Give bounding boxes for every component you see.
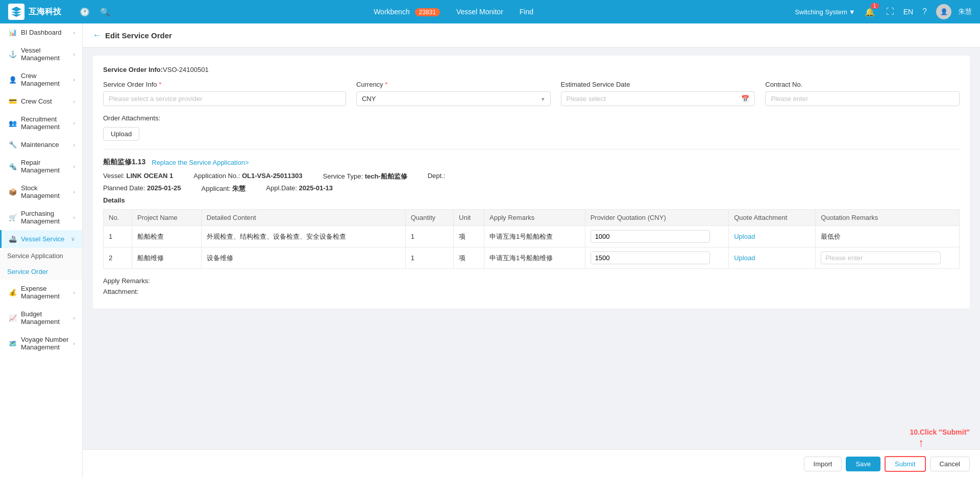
back-button[interactable]: ← [93, 31, 101, 40]
fullscreen-icon[interactable]: ⛶ [884, 5, 896, 18]
logo-icon [8, 4, 24, 20]
app-meta-row2: Planned Date: 2025-01-25 Applicant: 朱慧 A… [103, 184, 960, 193]
row1-quote-attachment: Upload [729, 226, 816, 247]
sidebar-item-bi-dashboard[interactable]: 📊BI Dashboard › [0, 23, 82, 41]
currency-label: Currency * [356, 81, 551, 88]
form-row-1: Service Order Info * Currency * CNY [103, 81, 960, 106]
contract-no-label: Contract No. [765, 81, 960, 88]
search-icon[interactable]: 🔍 [98, 5, 112, 19]
table-row: 1 船舶检查 外观检查、结构检查、设备检查、安全设备检查 1 项 申请互海1号船… [104, 226, 960, 247]
username: 朱慧 [959, 7, 972, 16]
calendar-icon[interactable]: 📅 [741, 95, 749, 103]
language-selector[interactable]: EN [903, 8, 913, 16]
top-navigation: 互海科技 🕐 🔍 Workbench 23831 Vessel Monitor … [0, 0, 980, 23]
row1-no: 1 [104, 226, 132, 247]
application-no-meta: Application No.: OL1-VSA-25011303 [193, 172, 302, 181]
row2-provider-quotation [585, 247, 729, 269]
row2-unit: 项 [454, 247, 484, 269]
vessel-meta: Vessel: LINK OCEAN 1 [103, 172, 173, 181]
voyage-icon: 🗺️ [9, 340, 17, 347]
attachments-label: Order Attachments: [103, 114, 960, 122]
sidebar-item-voyage[interactable]: 🗺️Voyage Number Management › [0, 331, 82, 356]
row1-upload-link[interactable]: Upload [734, 233, 755, 240]
sidebar-item-budget[interactable]: 📈Budget Management › [0, 305, 82, 331]
estimated-date-label: Estimated Service Date [561, 81, 755, 88]
row2-detailed-content: 设备维修 [201, 247, 405, 269]
sidebar-item-recruitment[interactable]: 👥Recruitment Management › [0, 110, 82, 136]
chevron-icon: › [73, 51, 75, 57]
tool-icon: 🔧 [9, 141, 17, 148]
wallet-icon: 💳 [9, 97, 17, 105]
chevron-icon: › [73, 189, 75, 195]
table-body: 1 船舶检查 外观检查、结构检查、设备检查、安全设备检查 1 项 申请互海1号船… [104, 226, 960, 269]
avatar[interactable]: 👤 [936, 4, 951, 19]
estimated-date-input[interactable] [567, 95, 742, 103]
sidebar-item-vessel-service[interactable]: 🚢Vessel Service ∨ [0, 230, 82, 248]
expense-icon: 💰 [9, 289, 17, 296]
row2-upload-link[interactable]: Upload [734, 254, 755, 262]
service-order-label: Service Order Info * [103, 81, 346, 88]
applicant-meta: Applicant: 朱慧 [202, 184, 246, 193]
sidebar-item-purchasing[interactable]: 🛒Purchasing Management › [0, 205, 82, 230]
sidebar-item-stock[interactable]: 📦Stock Management › [0, 179, 82, 205]
chevron-icon: › [73, 315, 75, 321]
attachments-section: Order Attachments: Upload [103, 114, 960, 141]
col-provider-quotation: Provider Quotation (CNY) [585, 210, 729, 226]
service-order-info: Service Order Info:VSO-24100501 [103, 66, 960, 73]
application-section: 船舶监修1.13 Replace the Service Application… [103, 158, 960, 269]
save-button[interactable]: Save [846, 457, 880, 471]
attachment-label: Attachment: [103, 288, 960, 295]
sidebar-item-repair[interactable]: 🔩Repair Management › [0, 154, 82, 179]
anchor-icon: ⚓ [9, 51, 17, 58]
app-name: 船舶监修1.13 [103, 158, 145, 167]
sidebar-item-crew-cost[interactable]: 💳Crew Cost › [0, 92, 82, 110]
switching-system-btn[interactable]: Switching System ▼ [795, 8, 855, 16]
page-header: ← Edit Service Order [83, 23, 980, 47]
col-quotation-remarks: Quotation Remarks [816, 210, 960, 226]
row2-quote-attachment: Upload [729, 247, 816, 269]
row2-quotation-input[interactable] [591, 251, 710, 264]
sidebar-sub-item-service-order[interactable]: Service Order [0, 264, 82, 280]
cancel-button[interactable]: Cancel [930, 457, 970, 471]
col-no: No. [104, 210, 132, 226]
sidebar-item-expense[interactable]: 💰Expense Management › [0, 280, 82, 305]
col-apply-remarks: Apply Remarks [484, 210, 585, 226]
notification-bell[interactable]: 🔔1 [863, 5, 877, 19]
row2-remarks-input[interactable] [821, 251, 941, 264]
row1-unit: 项 [454, 226, 484, 247]
chevron-icon: › [73, 98, 75, 105]
contract-no-input[interactable] [765, 91, 960, 106]
chevron-expand-icon: ∨ [71, 236, 75, 242]
person-add-icon: 👥 [9, 119, 17, 127]
workbench-link[interactable]: Workbench 23831 [374, 8, 440, 16]
sidebar-item-crew-management[interactable]: 👤Crew Management › [0, 67, 82, 92]
currency-select[interactable]: CNY USD EUR [356, 91, 551, 106]
service-order-card: Service Order Info:VSO-24100501 Service … [93, 56, 970, 309]
chevron-icon: › [73, 289, 75, 295]
history-icon[interactable]: 🕐 [78, 5, 92, 19]
sidebar-item-vessel-management[interactable]: ⚓Vessel Management › [0, 41, 82, 67]
col-quote-attachment: Quote Attachment [729, 210, 816, 226]
currency-field: Currency * CNY USD EUR [356, 81, 551, 106]
replace-link[interactable]: Replace the Service Application> [152, 159, 249, 166]
col-project-name: Project Name [132, 210, 202, 226]
row1-quotation-input[interactable] [591, 230, 710, 243]
planned-date-meta: Planned Date: 2025-01-25 [103, 184, 181, 193]
budget-icon: 📈 [9, 314, 17, 322]
submit-button[interactable]: Submit [885, 456, 925, 472]
upload-button[interactable]: Upload [103, 127, 139, 141]
bell-badge: 1 [871, 3, 879, 9]
find-link[interactable]: Find [520, 8, 533, 16]
import-button[interactable]: Import [804, 457, 842, 471]
col-unit: Unit [454, 210, 484, 226]
help-icon[interactable]: ? [920, 5, 929, 18]
vessel-monitor-link[interactable]: Vessel Monitor [456, 8, 503, 16]
appl-date-meta: Appl.Date: 2025-01-13 [266, 184, 333, 193]
sidebar-sub-item-service-application[interactable]: Service Application [0, 248, 82, 264]
footer-wrapper: 10.Click "Submit" ↑ Import Save Submit C… [83, 426, 980, 478]
ship-icon: 🚢 [9, 235, 17, 243]
sidebar-item-maintenance[interactable]: 🔧Maintenance › [0, 136, 82, 154]
service-order-input[interactable] [103, 91, 346, 106]
col-detailed-content: Detailed Content [201, 210, 405, 226]
app-logo[interactable]: 互海科技 [8, 4, 61, 20]
